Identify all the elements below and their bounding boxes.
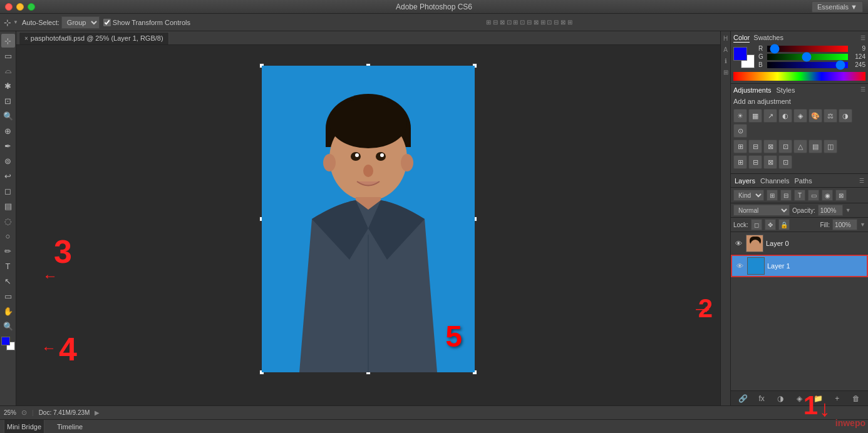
layers-tab[interactable]: Layers xyxy=(735,177,755,185)
new-layer-button[interactable]: + xyxy=(832,393,843,404)
filter-adj-icon[interactable]: ⊟ xyxy=(780,190,792,201)
auto-select-dropdown[interactable]: Group Layer xyxy=(61,16,100,29)
pen-tool[interactable]: ✏ xyxy=(1,244,15,258)
hand-tool[interactable]: ✋ xyxy=(1,304,15,318)
layers-filter-toggle[interactable]: ⊠ xyxy=(835,190,847,201)
opacity-dropdown-icon[interactable]: ▼ xyxy=(845,207,851,213)
canvas-area[interactable]: × pasphotofadli.psd @ 25% (Layer 1, RGB/… xyxy=(16,31,720,405)
new-adj-button[interactable]: ◈ xyxy=(793,393,805,404)
adj-extra-4[interactable]: ⊡ xyxy=(778,155,792,169)
fg-bg-swatches[interactable] xyxy=(733,47,755,68)
layer-1-visibility-icon[interactable]: 👁 xyxy=(735,261,745,271)
colorlookup-icon[interactable]: ⊟ xyxy=(748,140,762,153)
healing-tool[interactable]: ⊕ xyxy=(1,124,15,138)
mini-bridge-tab[interactable]: Mini Bridge xyxy=(4,420,44,433)
adj-extra-1[interactable]: ⊞ xyxy=(733,155,747,169)
history-brush-tool[interactable]: ↩ xyxy=(1,169,15,183)
quick-select-tool[interactable]: ✱ xyxy=(1,79,15,93)
actions-icon[interactable]: A xyxy=(721,45,730,54)
eyedropper-tool[interactable]: 🔍 xyxy=(1,109,15,123)
filter-smartobj-icon[interactable]: ◉ xyxy=(822,190,833,201)
photo-canvas[interactable]: 5 xyxy=(262,66,475,372)
lock-pixels-icon[interactable]: ◻ xyxy=(751,219,762,230)
vibrance-icon[interactable]: ◈ xyxy=(793,109,807,123)
close-button[interactable] xyxy=(5,3,13,11)
hsl-icon[interactable]: 🎨 xyxy=(809,109,822,123)
bw-icon[interactable]: ◑ xyxy=(839,109,852,123)
color-tab[interactable]: Color xyxy=(733,34,750,43)
maximize-button[interactable] xyxy=(28,3,35,11)
crop-tool[interactable]: ⊡ xyxy=(1,94,15,108)
foreground-bg-color[interactable] xyxy=(1,337,15,350)
lock-all-icon[interactable]: 🔒 xyxy=(778,219,790,230)
status-arrow-icon[interactable]: ▶ xyxy=(95,409,100,416)
adj-panel-menu-icon[interactable]: ☰ xyxy=(860,86,865,94)
blur-tool[interactable]: ◌ xyxy=(1,214,15,228)
path-tool[interactable]: ↖ xyxy=(1,274,15,288)
add-mask-button[interactable]: ◑ xyxy=(775,393,786,404)
filter-pixel-icon[interactable]: ⊞ xyxy=(767,190,778,201)
filter-type-icon[interactable]: T xyxy=(794,190,805,201)
layers-kind-select[interactable]: Kind xyxy=(733,190,764,201)
styles-tab[interactable]: Styles xyxy=(777,86,795,94)
move-tool-icon[interactable]: ⊹ xyxy=(4,18,11,28)
zoom-tool[interactable]: 🔍 xyxy=(1,319,15,333)
tool-dropdown-icon[interactable]: ▼ xyxy=(13,19,18,25)
colorbalance-icon[interactable]: ⚖ xyxy=(824,109,837,123)
move-tool[interactable]: ⊹ xyxy=(1,34,15,48)
new-group-button[interactable]: 📁 xyxy=(813,393,824,404)
lasso-tool[interactable]: ⌓ xyxy=(1,64,15,78)
channels-tab[interactable]: Channels xyxy=(760,177,789,185)
clone-stamp-tool[interactable]: ⊚ xyxy=(1,154,15,168)
color-panel-menu-icon[interactable]: ☰ xyxy=(860,35,865,41)
gradient-map-icon[interactable]: ▤ xyxy=(809,140,822,153)
filter-shape-icon[interactable]: ▭ xyxy=(808,190,819,201)
layer-effects-button[interactable]: fx xyxy=(756,393,767,404)
brightness-icon[interactable]: ☀ xyxy=(733,109,747,123)
selection-tool[interactable]: ▭ xyxy=(1,49,15,63)
type-tool[interactable]: T xyxy=(1,259,15,273)
posterize-icon[interactable]: ⊡ xyxy=(778,140,792,153)
adj-extra-2[interactable]: ⊟ xyxy=(748,155,762,169)
brush-tool[interactable]: ✒ xyxy=(1,139,15,153)
fill-input[interactable] xyxy=(832,219,857,230)
levels-icon[interactable]: ▦ xyxy=(748,109,762,123)
adjustments-tab[interactable]: Adjustments xyxy=(733,86,772,94)
selective-color-icon[interactable]: ◫ xyxy=(824,140,837,153)
g-slider[interactable] xyxy=(767,54,848,60)
blend-mode-select[interactable]: Normal Multiply Screen xyxy=(733,205,790,216)
threshold-icon[interactable]: △ xyxy=(793,140,807,153)
navigator-icon[interactable]: ⊞ xyxy=(721,68,730,76)
curves-icon[interactable]: ↗ xyxy=(763,109,777,123)
layer-item-1[interactable]: 👁 Layer 1 xyxy=(731,255,868,277)
swatches-tab[interactable]: Swatches xyxy=(753,34,783,43)
fill-dropdown-icon[interactable]: ▼ xyxy=(860,222,865,228)
adj-extra-3[interactable]: ⊠ xyxy=(763,155,777,169)
channelmix-icon[interactable]: ⊞ xyxy=(733,140,747,153)
layer-item-0[interactable]: 👁 Layer 0 xyxy=(731,232,868,255)
layers-menu-icon[interactable]: ☰ xyxy=(859,178,864,184)
r-slider[interactable] xyxy=(767,46,848,52)
b-slider[interactable] xyxy=(767,62,848,68)
dodge-tool[interactable]: ○ xyxy=(1,229,15,243)
exposure-icon[interactable]: ◐ xyxy=(778,109,792,123)
essentials-button[interactable]: Essentials ▼ xyxy=(812,1,863,13)
color-spectrum[interactable] xyxy=(733,72,865,81)
document-tab[interactable]: × pasphotofadli.psd @ 25% (Layer 1, RGB/… xyxy=(19,32,169,44)
delete-layer-button[interactable]: 🗑 xyxy=(850,393,862,404)
info-icon[interactable]: ℹ xyxy=(721,56,730,65)
show-transform-checkbox[interactable] xyxy=(103,19,111,26)
link-layers-button[interactable]: 🔗 xyxy=(737,393,748,404)
eraser-tool[interactable]: ◻ xyxy=(1,184,15,198)
minimize-button[interactable] xyxy=(16,3,24,11)
canvas-scroll[interactable]: 5 3 ← 4 ← xyxy=(16,45,720,405)
shape-tool[interactable]: ▭ xyxy=(1,289,15,303)
tab-close-icon[interactable]: × xyxy=(24,35,28,42)
history-icon[interactable]: H xyxy=(721,34,730,43)
photofilter-icon[interactable]: ⊙ xyxy=(733,124,747,138)
timeline-tab[interactable]: Timeline xyxy=(54,420,85,433)
paths-tab[interactable]: Paths xyxy=(795,177,812,185)
foreground-swatch[interactable] xyxy=(733,47,747,61)
invert-icon[interactable]: ⊠ xyxy=(763,140,777,153)
gradient-tool[interactable]: ▤ xyxy=(1,199,15,213)
